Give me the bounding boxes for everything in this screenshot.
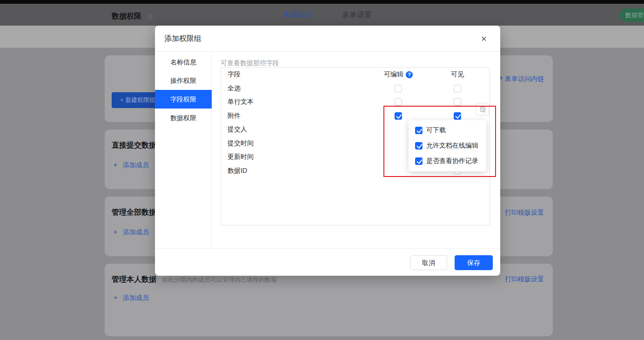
add-member-label: 添加成员 <box>123 161 149 169</box>
table-row-select-all: 全选 <box>221 82 490 95</box>
editable-checkbox[interactable] <box>395 98 402 106</box>
attachment-settings-button[interactable] <box>476 103 489 116</box>
section-title-data-permission: 数据权限设 <box>112 12 153 21</box>
popup-item-online-edit[interactable]: 允许文档在线编辑 <box>409 138 486 153</box>
downloadable-checkbox[interactable] <box>415 127 423 134</box>
field-label: 数据ID <box>228 167 247 175</box>
section-title-text: 管理本人数据 <box>112 275 156 283</box>
attachment-options-popup: 可下载 允许文档在线编辑 是否查看协作记录 <box>409 120 486 171</box>
add-member-label: 添加成员 <box>123 228 149 236</box>
section-desc-partial: 设 <box>147 13 153 20</box>
tab-operation-permission[interactable]: 操作权限 <box>155 71 212 90</box>
section-desc: 在此分组内的成员可以管理自己填报的数据 <box>162 276 277 283</box>
collab-record-checkbox[interactable] <box>415 157 423 165</box>
popup-item-label: 可下载 <box>426 126 446 135</box>
popup-item-collab-record[interactable]: 是否查看协作记录 <box>409 153 486 169</box>
section-title-manage-own: 管理本人数据在此分组内的成员可以管理自己填报的数据 <box>112 275 277 285</box>
add-member-link-own[interactable]: ＋添加成员 <box>112 293 560 303</box>
modal-header: 添加权限组 × <box>155 26 500 52</box>
table-header-row: 字段 可编辑 ? 可见 <box>221 68 490 82</box>
form-internal-link-label: 表单访问内链 <box>505 75 544 82</box>
section-title-text: 数据权限 <box>112 12 141 20</box>
field-label: 全选 <box>228 84 241 93</box>
editable-checkbox[interactable] <box>395 85 402 92</box>
plus-icon: ＋ <box>112 161 119 169</box>
table-row-single-line-text: 单行文本 <box>221 95 490 109</box>
col-header-editable: 可编辑 <box>384 70 403 79</box>
col-header-field: 字段 <box>228 70 241 79</box>
tab-data-permission[interactable]: 数据权限 <box>155 109 212 127</box>
field-visibility-label: 可查看数据那些字段 <box>221 59 279 68</box>
tab-form-settings[interactable]: 表单设置 <box>342 4 372 26</box>
modal-sidebar: 名称信息 操作权限 字段权限 数据权限 <box>155 52 212 248</box>
tab-name-info[interactable]: 名称信息 <box>155 53 212 71</box>
field-label: 提交时间 <box>228 139 254 148</box>
save-button[interactable]: 保存 <box>455 255 493 270</box>
plus-icon: ＋ <box>112 228 119 236</box>
tab-field-permission[interactable]: 字段权限 <box>155 90 212 109</box>
editable-checkbox[interactable] <box>395 112 402 120</box>
modal-footer: 取消 保存 <box>155 248 500 276</box>
section-title-direct-submit: 直接提交数据 <box>112 141 156 150</box>
tab-form-design[interactable]: 表单设计 <box>283 4 313 26</box>
attachment-settings-icon <box>479 106 486 113</box>
close-icon[interactable]: × <box>479 34 489 44</box>
field-label: 更新时间 <box>228 153 254 161</box>
popup-item-label: 是否查看协作记录 <box>426 157 478 165</box>
cancel-button[interactable]: 取消 <box>410 255 447 270</box>
data-manage-button[interactable]: 数据管理 <box>620 8 644 22</box>
visible-checkbox[interactable] <box>454 112 461 120</box>
form-internal-link[interactable]: 表单访问内链 <box>497 75 544 83</box>
plus-icon: ＋ <box>112 293 119 301</box>
section-title-manage-all: 管理全部数据 <box>112 208 156 218</box>
add-member-label: 添加成员 <box>123 294 149 301</box>
field-label: 单行文本 <box>228 98 254 106</box>
popup-item-downloadable[interactable]: 可下载 <box>409 122 486 138</box>
print-template-link-2[interactable]: 打印模版设置 <box>505 275 544 284</box>
popup-item-label: 允许文档在线编辑 <box>426 142 478 150</box>
online-edit-checkbox[interactable] <box>415 142 423 150</box>
browser-top-strip <box>0 0 644 4</box>
field-label: 附件 <box>228 112 241 120</box>
col-header-visible: 可见 <box>451 70 464 79</box>
visible-checkbox[interactable] <box>454 85 461 92</box>
help-icon[interactable]: ? <box>406 71 413 78</box>
top-navbar: 表单设计 表单设置 数据管理 <box>0 4 644 26</box>
print-template-link-1[interactable]: 打印模版设置 <box>505 209 544 217</box>
field-label: 提交人 <box>228 125 247 134</box>
modal-title: 添加权限组 <box>164 26 201 52</box>
visible-checkbox[interactable] <box>454 98 461 106</box>
